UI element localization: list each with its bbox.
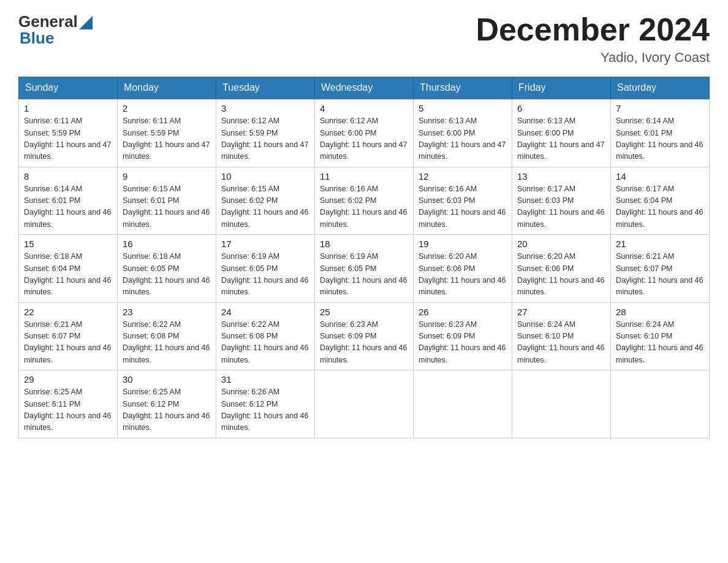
calendar-cell: 22Sunrise: 6:21 AMSunset: 6:07 PMDayligh… xyxy=(19,302,118,370)
calendar-cell: 26Sunrise: 6:23 AMSunset: 6:09 PMDayligh… xyxy=(414,302,512,370)
calendar-cell: 18Sunrise: 6:19 AMSunset: 6:05 PMDayligh… xyxy=(315,235,414,303)
calendar-cell: 7Sunrise: 6:14 AMSunset: 6:01 PMDaylight… xyxy=(611,99,710,167)
day-info: Sunrise: 6:18 AMSunset: 6:04 PMDaylight:… xyxy=(24,251,112,299)
day-number: 26 xyxy=(419,307,507,317)
weekday-header-sunday: Sunday xyxy=(19,77,118,99)
svg-marker-0 xyxy=(79,16,93,29)
day-info: Sunrise: 6:12 AMSunset: 5:59 PMDaylight:… xyxy=(221,115,309,163)
logo: General Blue xyxy=(18,12,93,48)
calendar-cell: 15Sunrise: 6:18 AMSunset: 6:04 PMDayligh… xyxy=(19,235,118,303)
day-info: Sunrise: 6:26 AMSunset: 6:12 PMDaylight:… xyxy=(221,386,309,434)
calendar-header-row: SundayMondayTuesdayWednesdayThursdayFrid… xyxy=(19,77,710,99)
calendar-cell xyxy=(512,370,611,439)
day-number: 22 xyxy=(24,307,112,317)
day-info: Sunrise: 6:18 AMSunset: 6:05 PMDaylight:… xyxy=(123,251,211,299)
day-info: Sunrise: 6:12 AMSunset: 6:00 PMDaylight:… xyxy=(320,115,408,163)
calendar-week-row: 15Sunrise: 6:18 AMSunset: 6:04 PMDayligh… xyxy=(19,235,710,303)
day-number: 15 xyxy=(24,239,112,249)
calendar-cell: 28Sunrise: 6:24 AMSunset: 6:10 PMDayligh… xyxy=(611,302,710,370)
day-info: Sunrise: 6:15 AMSunset: 6:02 PMDaylight:… xyxy=(221,183,309,231)
page-subtitle: Yadio, Ivory Coast xyxy=(476,50,710,66)
calendar-cell: 10Sunrise: 6:15 AMSunset: 6:02 PMDayligh… xyxy=(216,167,315,235)
weekday-header-wednesday: Wednesday xyxy=(315,77,414,99)
day-info: Sunrise: 6:23 AMSunset: 6:09 PMDaylight:… xyxy=(419,319,507,367)
day-number: 3 xyxy=(221,103,309,113)
day-info: Sunrise: 6:14 AMSunset: 6:01 PMDaylight:… xyxy=(24,183,112,231)
day-number: 20 xyxy=(517,239,605,249)
day-number: 31 xyxy=(221,374,309,385)
calendar-cell: 5Sunrise: 6:13 AMSunset: 6:00 PMDaylight… xyxy=(414,99,512,167)
calendar-week-row: 8Sunrise: 6:14 AMSunset: 6:01 PMDaylight… xyxy=(19,167,710,235)
day-info: Sunrise: 6:21 AMSunset: 6:07 PMDaylight:… xyxy=(24,319,112,367)
day-info: Sunrise: 6:11 AMSunset: 5:59 PMDaylight:… xyxy=(24,115,112,163)
day-info: Sunrise: 6:25 AMSunset: 6:12 PMDaylight:… xyxy=(123,386,211,434)
calendar-week-row: 29Sunrise: 6:25 AMSunset: 6:11 PMDayligh… xyxy=(19,370,710,439)
day-info: Sunrise: 6:20 AMSunset: 6:06 PMDaylight:… xyxy=(517,251,605,299)
day-number: 16 xyxy=(123,239,211,249)
day-number: 29 xyxy=(24,374,112,385)
calendar-cell: 9Sunrise: 6:15 AMSunset: 6:01 PMDaylight… xyxy=(118,167,216,235)
day-number: 19 xyxy=(419,239,507,249)
day-number: 4 xyxy=(320,103,408,113)
day-number: 27 xyxy=(517,307,605,317)
day-info: Sunrise: 6:11 AMSunset: 5:59 PMDaylight:… xyxy=(123,115,211,163)
calendar-cell: 23Sunrise: 6:22 AMSunset: 6:08 PMDayligh… xyxy=(118,302,216,370)
calendar-cell: 21Sunrise: 6:21 AMSunset: 6:07 PMDayligh… xyxy=(611,235,710,303)
day-number: 18 xyxy=(320,239,408,249)
day-info: Sunrise: 6:22 AMSunset: 6:08 PMDaylight:… xyxy=(123,319,211,367)
day-info: Sunrise: 6:23 AMSunset: 6:09 PMDaylight:… xyxy=(320,319,408,367)
calendar-week-row: 22Sunrise: 6:21 AMSunset: 6:07 PMDayligh… xyxy=(19,302,710,370)
day-number: 14 xyxy=(616,171,704,182)
calendar-cell: 27Sunrise: 6:24 AMSunset: 6:10 PMDayligh… xyxy=(512,302,611,370)
day-info: Sunrise: 6:13 AMSunset: 6:00 PMDaylight:… xyxy=(517,115,605,163)
logo-arrow-icon xyxy=(79,16,93,29)
day-number: 2 xyxy=(123,103,211,113)
calendar-cell: 12Sunrise: 6:16 AMSunset: 6:03 PMDayligh… xyxy=(414,167,512,235)
day-info: Sunrise: 6:17 AMSunset: 6:04 PMDaylight:… xyxy=(616,183,704,231)
day-number: 24 xyxy=(221,307,309,317)
title-block: December 2024 Yadio, Ivory Coast xyxy=(476,12,710,66)
calendar-cell: 20Sunrise: 6:20 AMSunset: 6:06 PMDayligh… xyxy=(512,235,611,303)
logo-text-blue: Blue xyxy=(20,29,54,48)
weekday-header-monday: Monday xyxy=(118,77,216,99)
day-info: Sunrise: 6:13 AMSunset: 6:00 PMDaylight:… xyxy=(419,115,507,163)
calendar-cell: 8Sunrise: 6:14 AMSunset: 6:01 PMDaylight… xyxy=(19,167,118,235)
day-number: 21 xyxy=(616,239,704,249)
calendar-cell: 16Sunrise: 6:18 AMSunset: 6:05 PMDayligh… xyxy=(118,235,216,303)
calendar-cell: 14Sunrise: 6:17 AMSunset: 6:04 PMDayligh… xyxy=(611,167,710,235)
day-info: Sunrise: 6:16 AMSunset: 6:02 PMDaylight:… xyxy=(320,183,408,231)
calendar-cell: 30Sunrise: 6:25 AMSunset: 6:12 PMDayligh… xyxy=(118,370,216,439)
day-number: 30 xyxy=(123,374,211,385)
calendar-cell: 31Sunrise: 6:26 AMSunset: 6:12 PMDayligh… xyxy=(216,370,315,439)
calendar-cell xyxy=(611,370,710,439)
calendar-table: SundayMondayTuesdayWednesdayThursdayFrid… xyxy=(18,77,710,439)
calendar-cell: 2Sunrise: 6:11 AMSunset: 5:59 PMDaylight… xyxy=(118,99,216,167)
weekday-header-tuesday: Tuesday xyxy=(216,77,315,99)
day-info: Sunrise: 6:16 AMSunset: 6:03 PMDaylight:… xyxy=(419,183,507,231)
day-number: 13 xyxy=(517,171,605,182)
day-info: Sunrise: 6:20 AMSunset: 6:06 PMDaylight:… xyxy=(419,251,507,299)
day-number: 6 xyxy=(517,103,605,113)
day-number: 8 xyxy=(24,171,112,182)
day-number: 11 xyxy=(320,171,408,182)
calendar-cell: 4Sunrise: 6:12 AMSunset: 6:00 PMDaylight… xyxy=(315,99,414,167)
day-number: 9 xyxy=(123,171,211,182)
day-number: 1 xyxy=(24,103,112,113)
day-number: 7 xyxy=(616,103,704,113)
day-info: Sunrise: 6:24 AMSunset: 6:10 PMDaylight:… xyxy=(517,319,605,367)
day-info: Sunrise: 6:15 AMSunset: 6:01 PMDaylight:… xyxy=(123,183,211,231)
day-number: 28 xyxy=(616,307,704,317)
day-info: Sunrise: 6:21 AMSunset: 6:07 PMDaylight:… xyxy=(616,251,704,299)
page-title: December 2024 xyxy=(476,12,710,47)
calendar-cell: 11Sunrise: 6:16 AMSunset: 6:02 PMDayligh… xyxy=(315,167,414,235)
weekday-header-thursday: Thursday xyxy=(414,77,512,99)
day-info: Sunrise: 6:17 AMSunset: 6:03 PMDaylight:… xyxy=(517,183,605,231)
day-info: Sunrise: 6:25 AMSunset: 6:11 PMDaylight:… xyxy=(24,386,112,434)
day-info: Sunrise: 6:24 AMSunset: 6:10 PMDaylight:… xyxy=(616,319,704,367)
day-number: 12 xyxy=(419,171,507,182)
calendar-cell: 6Sunrise: 6:13 AMSunset: 6:00 PMDaylight… xyxy=(512,99,611,167)
weekday-header-friday: Friday xyxy=(512,77,611,99)
day-number: 5 xyxy=(419,103,507,113)
day-number: 10 xyxy=(221,171,309,182)
day-info: Sunrise: 6:14 AMSunset: 6:01 PMDaylight:… xyxy=(616,115,704,163)
